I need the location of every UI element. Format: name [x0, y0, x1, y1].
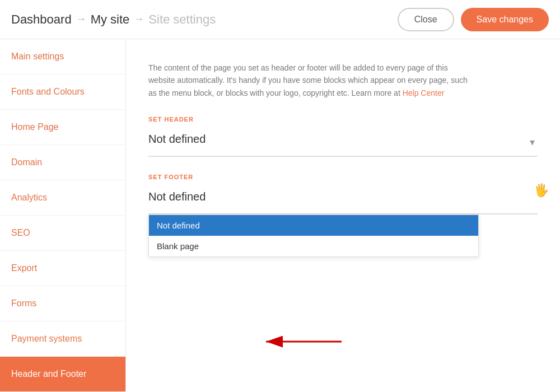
sidebar-item-main-settings[interactable]: Main settings [0, 39, 125, 74]
dropdown-option-not-defined[interactable]: Not defined [149, 215, 478, 236]
breadcrumb-mysite[interactable]: My site [91, 12, 130, 27]
header-select-value: Not defined [148, 128, 538, 150]
footer-select-value: Not defined [148, 186, 538, 208]
sidebar-item-domain[interactable]: Domain [0, 145, 125, 180]
sidebar-item-seo[interactable]: SEO [0, 216, 125, 251]
sidebar-item-export[interactable]: Export [0, 251, 125, 286]
set-header-section: SET HEADER Not defined ▾ [148, 116, 538, 157]
header-actions: Close Save changes [398, 8, 549, 31]
breadcrumb-dashboard[interactable]: Dashboard [11, 12, 72, 27]
header-select[interactable]: Not defined ▾ [148, 128, 538, 157]
breadcrumb: Dashboard → My site → Site settings [11, 12, 216, 27]
main-content: The content of the page you set as heade… [126, 39, 560, 392]
breadcrumb-settings: Site settings [148, 12, 216, 27]
sidebar-item-payment-systems[interactable]: Payment systems [0, 321, 125, 357]
dropdown-option-blank-page[interactable]: Blank page [149, 236, 478, 256]
chevron-down-icon: ▾ [530, 136, 535, 148]
set-footer-label: SET FOOTER [148, 174, 538, 180]
breadcrumb-arrow-2: → [134, 13, 144, 25]
footer-dropdown: Not defined Blank page [148, 214, 479, 257]
sidebar-item-fonts-colours[interactable]: Fonts and Colours [0, 74, 125, 110]
sidebar-item-forms[interactable]: Forms [0, 286, 125, 321]
save-button[interactable]: Save changes [461, 8, 549, 31]
sidebar: Main settings Fonts and Colours Home Pag… [0, 39, 126, 392]
footer-select[interactable]: Not defined 🖐 [148, 186, 538, 214]
set-header-label: SET HEADER [148, 116, 538, 123]
body-container: Main settings Fonts and Colours Home Pag… [0, 39, 560, 392]
sidebar-item-header-footer[interactable]: Header and Footer [0, 357, 125, 392]
sidebar-item-analytics[interactable]: Analytics [0, 180, 125, 216]
breadcrumb-arrow-1: → [76, 13, 86, 25]
info-text: The content of the page you set as heade… [148, 62, 473, 99]
hand-cursor-icon: 🖐 [534, 183, 549, 198]
arrow-indicator [255, 325, 344, 358]
sidebar-item-home-page[interactable]: Home Page [0, 110, 125, 145]
header: Dashboard → My site → Site settings Clos… [0, 0, 560, 39]
set-footer-section: SET FOOTER Not defined 🖐 Not defined Bla… [148, 174, 538, 214]
close-button[interactable]: Close [398, 8, 454, 31]
help-center-link[interactable]: Help Center [403, 88, 445, 97]
